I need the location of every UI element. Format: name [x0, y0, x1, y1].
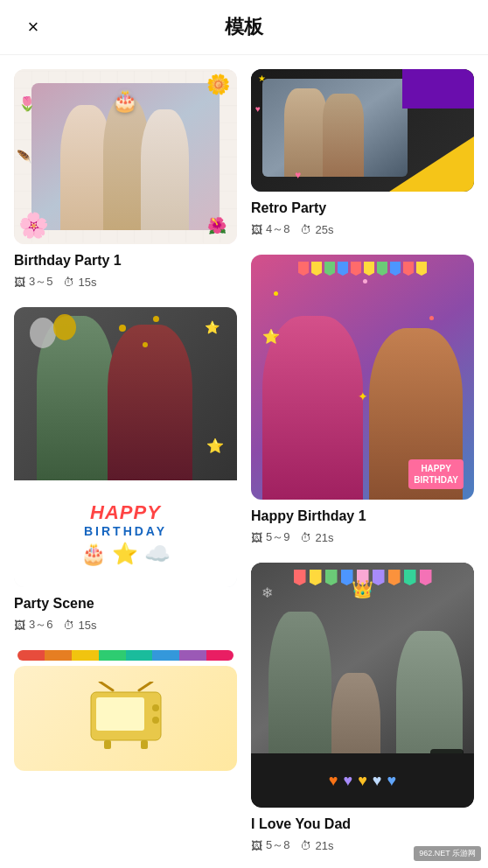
card-title-birthday-party-1: Birthday Party 1 [14, 253, 237, 269]
sparkle-1: ❄ [261, 584, 273, 601]
photo-range: 3～5 [29, 274, 52, 290]
card-party-scene[interactable]: ⭐ ⭐ HAPPY BIRTHDAY 🎂 ⭐ ☁️ [14, 307, 237, 633]
duration-birthday-party-1: ⏱ 15s [63, 276, 96, 289]
card-i-love-you-dad[interactable]: 👑 ❄ love yo DAD ♥ ♥ ♥ [251, 563, 474, 853]
stripe-3 [72, 650, 99, 661]
thumb-happy-birthday-1: HAPPYBIRTHDAY ⭐ ✦ [251, 255, 474, 500]
purple-accent [402, 69, 474, 108]
heart-purple: ♥ [343, 772, 352, 790]
photo-count-dad: 🖼 5～8 [251, 837, 289, 853]
card-retro-party[interactable]: ★ ★ ★ ♥ ♥ [251, 69, 474, 237]
card-birthday-party-1[interactable]: 🎂 🌸 🌼 🌺 🌷 🪶 Birthday Party 1 🖼 3～5 [14, 69, 237, 290]
photo-range-2: 3～6 [29, 617, 52, 633]
card-happy-birthday-1[interactable]: HAPPYBIRTHDAY ⭐ ✦ Happy Birthday 1 🖼 5～9… [251, 255, 474, 545]
template-grid: 🎂 🌸 🌼 🌺 🌷 🪶 Birthday Party 1 🖼 3～5 [0, 55, 488, 868]
color-stripe [17, 650, 234, 661]
svg-point-5 [152, 704, 159, 711]
thumb-i-love-you-dad: 👑 ❄ love yo DAD ♥ ♥ ♥ [251, 563, 474, 808]
stripe-1 [17, 650, 45, 661]
flower-decoration-3: 🌺 [207, 216, 227, 235]
thumb-retro-party: ★ ★ ★ ♥ ♥ [251, 69, 474, 192]
time-icon: ⏱ [63, 276, 74, 289]
bunting [251, 262, 474, 276]
photo-count-hb1: 🖼 5～9 [251, 529, 289, 545]
header: × 模板 [0, 0, 488, 55]
photo-range-3: 4～8 [266, 221, 289, 237]
crown-decoration: 👑 [352, 578, 373, 599]
happy-birthday-badge: HAPPYBIRTHDAY [408, 459, 464, 489]
time-icon-5: ⏱ [300, 839, 311, 852]
duration-value-5: 21s [315, 839, 333, 852]
photo-icon-5: 🖼 [251, 839, 262, 852]
heart-light-blue: ♥ [373, 772, 382, 790]
thumb-party-scene: ⭐ ⭐ HAPPY BIRTHDAY 🎂 ⭐ ☁️ [14, 307, 237, 587]
left-column: 🎂 🌸 🌼 🌺 🌷 🪶 Birthday Party 1 🖼 3～5 [14, 69, 237, 853]
duration-party-scene: ⏱ 15s [63, 619, 96, 632]
photo-count-birthday-party-1: 🖼 3～5 [14, 274, 52, 290]
feather-decoration: 🪶 [17, 150, 31, 164]
duration-hb1: ⏱ 21s [300, 531, 333, 544]
svg-rect-8 [141, 740, 148, 749]
card-tv-partial[interactable] [14, 650, 237, 771]
svg-line-1 [100, 682, 113, 690]
photo-icon-3: 🖼 [251, 223, 262, 236]
right-column: ★ ★ ★ ♥ ♥ [251, 69, 474, 853]
heart-1: ♥ [295, 169, 301, 181]
stripe-5 [126, 650, 153, 661]
heart-yellow: ♥ [358, 772, 367, 790]
duration-dad: ⏱ 21s [300, 839, 333, 852]
card-title-retro-party: Retro Party [251, 200, 474, 216]
card-meta-birthday-party-1: 🖼 3～5 ⏱ 15s [14, 274, 237, 290]
flower-decoration-1: 🌸 [18, 211, 49, 240]
duration-retro: ⏱ 25s [300, 223, 333, 236]
cake-decoration: 🎂 ⭐ ☁️ [80, 542, 171, 566]
photo-range-5: 5～8 [266, 837, 289, 853]
svg-rect-4 [96, 697, 144, 731]
heart-orange: ♥ [329, 772, 338, 790]
stripe-2 [45, 650, 72, 661]
thumb-tv [14, 666, 237, 771]
stripe-7 [179, 650, 206, 661]
star-decoration: ⭐ [262, 328, 280, 345]
photo-range-4: 5～9 [266, 529, 289, 545]
photo-count-party-scene: 🖼 3～6 [14, 617, 52, 633]
card-title-party-scene: Party Scene [14, 596, 237, 612]
flower-decoration-4: 🌷 [18, 95, 36, 112]
stripe-6 [152, 650, 179, 661]
photo-icon-2: 🖼 [14, 619, 25, 632]
close-button[interactable]: × [17, 11, 49, 43]
photo-count-retro: 🖼 4～8 [251, 221, 289, 237]
card-meta-happy-birthday-1: 🖼 5～9 ⏱ 21s [251, 529, 474, 545]
stripe-4 [99, 650, 126, 661]
time-icon-2: ⏱ [63, 619, 74, 632]
duration-value-4: 21s [315, 531, 333, 544]
heart-blue: ♥ [387, 772, 397, 790]
photo-icon-4: 🖼 [251, 531, 262, 544]
card-meta-i-love-you-dad: 🖼 5～8 ⏱ 21s [251, 837, 474, 853]
tv-icon [82, 682, 170, 755]
time-icon-3: ⏱ [300, 223, 311, 236]
happy-text: HAPPY [90, 501, 161, 524]
card-title-i-love-you-dad: I Love You Dad [251, 816, 474, 832]
duration-value-2: 15s [78, 619, 96, 632]
time-icon-4: ⏱ [300, 531, 311, 544]
svg-rect-7 [104, 740, 111, 749]
dad-hearts-row: ♥ ♥ ♥ ♥ ♥ [251, 753, 474, 808]
duration-value-3: 25s [315, 223, 333, 236]
star-decoration-2: ✦ [358, 389, 368, 403]
flower-decoration-2: 🌼 [206, 74, 230, 96]
stripe-8 [206, 650, 234, 661]
thumb-birthday-party-1: 🎂 🌸 🌼 🌺 🌷 🪶 [14, 69, 237, 244]
page-title: 模板 [225, 14, 263, 40]
heart-2: ♥ [255, 104, 261, 114]
birthday-text: BIRTHDAY [84, 524, 167, 538]
photo-icon: 🖼 [14, 276, 25, 289]
card-meta-party-scene: 🖼 3～6 ⏱ 15s [14, 617, 237, 633]
card-title-happy-birthday-1: Happy Birthday 1 [251, 508, 474, 524]
svg-line-2 [139, 682, 152, 690]
card-meta-retro-party: 🖼 4～8 ⏱ 25s [251, 221, 474, 237]
duration-value: 15s [78, 276, 96, 289]
svg-point-6 [152, 717, 159, 724]
